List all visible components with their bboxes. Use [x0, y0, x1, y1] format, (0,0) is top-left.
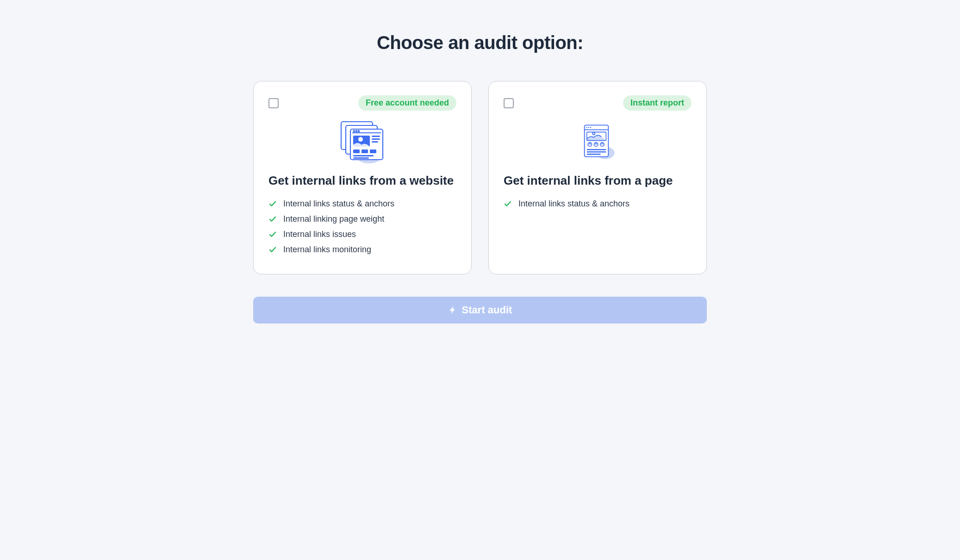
card-header: Instant report	[504, 95, 692, 111]
page-icon	[574, 119, 621, 165]
list-item: Internal links issues	[268, 227, 456, 242]
badge-free-account: Free account needed	[358, 95, 456, 111]
svg-rect-30	[587, 151, 606, 153]
website-stack-icon	[335, 119, 390, 165]
website-illustration	[268, 119, 456, 165]
option-card-website[interactable]: Free account needed	[253, 81, 472, 274]
check-icon	[268, 246, 277, 254]
list-item: Internal links status & anchors	[268, 196, 456, 212]
checkbox[interactable]	[268, 98, 279, 108]
check-icon	[504, 200, 512, 208]
page-title: Choose an audit option:	[377, 32, 583, 53]
feature-list: Internal links status & anchors Internal…	[268, 196, 456, 257]
bolt-icon	[448, 305, 457, 315]
feature-label: Internal linking page weight	[283, 214, 384, 224]
svg-point-6	[356, 131, 357, 132]
svg-rect-17	[353, 157, 369, 159]
svg-rect-12	[372, 141, 378, 143]
svg-rect-16	[353, 155, 374, 156]
svg-rect-14	[362, 149, 368, 153]
option-card-page[interactable]: Instant report	[488, 81, 707, 274]
svg-rect-29	[587, 149, 606, 150]
feature-label: Internal links issues	[283, 230, 356, 239]
feature-label: Internal links status & anchors	[283, 199, 394, 209]
feature-list: Internal links status & anchors	[504, 196, 692, 212]
card-title: Get internal links from a page	[504, 174, 692, 188]
feature-label: Internal links status & anchors	[518, 199, 630, 209]
svg-point-7	[358, 131, 360, 132]
option-cards: Free account needed	[253, 81, 707, 274]
svg-rect-31	[587, 154, 601, 155]
list-item: Internal links monitoring	[268, 242, 456, 257]
svg-point-23	[590, 127, 591, 128]
svg-rect-11	[372, 138, 380, 140]
svg-rect-15	[370, 149, 376, 153]
svg-point-9	[358, 137, 363, 142]
list-item: Internal links status & anchors	[504, 196, 692, 212]
svg-point-5	[354, 131, 355, 132]
cta-row: Start audit	[253, 297, 707, 324]
page-illustration	[504, 119, 692, 165]
svg-rect-10	[372, 136, 380, 137]
svg-point-21	[586, 127, 587, 128]
card-title: Get internal links from a website	[268, 174, 456, 188]
check-icon	[268, 200, 277, 208]
start-audit-label: Start audit	[462, 304, 512, 316]
feature-label: Internal links monitoring	[283, 245, 371, 255]
start-audit-button[interactable]: Start audit	[253, 297, 707, 324]
svg-rect-13	[353, 149, 360, 153]
svg-point-22	[588, 127, 589, 128]
check-icon	[268, 215, 277, 224]
checkbox[interactable]	[504, 98, 514, 108]
page: Choose an audit option: Free account nee…	[0, 0, 960, 560]
check-icon	[268, 230, 277, 239]
list-item: Internal linking page weight	[268, 212, 456, 227]
card-header: Free account needed	[268, 95, 456, 111]
badge-instant-report: Instant report	[623, 95, 692, 111]
